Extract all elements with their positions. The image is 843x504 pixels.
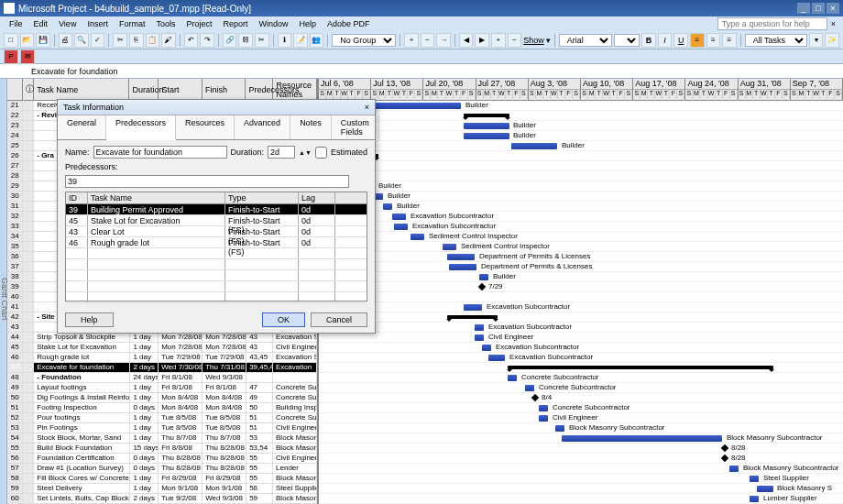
cell-resource[interactable]: Concrete Su	[273, 393, 317, 402]
cell-duration[interactable]: 1 day	[130, 353, 159, 362]
cell-predecessors[interactable]: 51	[246, 413, 273, 422]
dialog-tab-resources[interactable]: Resources	[176, 115, 235, 139]
cell-name[interactable]: Draw #1 (Location Survey)	[34, 464, 130, 473]
cell-duration[interactable]: 1 day	[130, 484, 159, 493]
pred-col-type[interactable]: Type	[225, 192, 299, 203]
cell-start[interactable]: Mon 8/4/08	[159, 393, 203, 402]
predecessor-row-empty[interactable]	[66, 281, 367, 292]
cell-duration[interactable]: 15 days	[130, 444, 159, 453]
cell-start[interactable]: Wed 7/30/08	[159, 363, 203, 372]
gantt-task-bar[interactable]	[383, 203, 392, 210]
align-center-icon[interactable]: ≡	[706, 33, 721, 48]
cell-duration[interactable]: 1 day	[130, 413, 159, 422]
hide-outline-icon[interactable]: −	[508, 33, 522, 48]
cell-finish[interactable]: Tue 8/5/08	[203, 413, 246, 422]
gantt-task-bar[interactable]	[464, 123, 509, 129]
pred-cell-lag[interactable]: 0d	[299, 237, 335, 247]
cell-predecessors[interactable]: 55	[246, 454, 273, 463]
cell-resource[interactable]: Building Insp	[273, 403, 317, 412]
cut-icon[interactable]: ✂	[113, 33, 127, 48]
cell-duration[interactable]: 1 day	[130, 333, 159, 342]
show-outline-icon[interactable]: +	[491, 33, 506, 48]
cell-start[interactable]: Fri 8/1/08	[159, 373, 203, 382]
cell-finish[interactable]: Tue 8/5/08	[203, 423, 246, 433]
pdf-email-icon[interactable]: ✉	[20, 49, 35, 64]
help-button[interactable]: Help	[65, 312, 114, 327]
cell-resource[interactable]: Lender	[273, 464, 317, 473]
wizard-icon[interactable]: ✨	[825, 33, 839, 48]
cell-predecessors[interactable]: 51	[246, 423, 273, 433]
cell-start[interactable]: Tue 9/2/08	[159, 494, 203, 503]
cell-resource[interactable]: Civil Enginee	[273, 343, 317, 352]
gantt-task-bar[interactable]	[555, 425, 564, 432]
duration-spinner-icon[interactable]: ▲▼	[299, 149, 312, 156]
gantt-task-bar[interactable]	[394, 224, 408, 230]
cancel-button[interactable]: Cancel	[311, 312, 367, 327]
predecessor-id-input[interactable]	[65, 175, 349, 188]
cell-predecessors[interactable]: 55	[246, 474, 273, 483]
table-row[interactable]: 44Strip Topsoil & Stockpile1 dayMon 7/28…	[7, 333, 317, 343]
col-header-resources[interactable]: Resource Names	[273, 79, 317, 100]
cell-finish[interactable]: Mon 8/4/08	[203, 393, 246, 402]
redo-icon[interactable]: ↷	[200, 33, 214, 48]
cell-predecessors[interactable]: 55	[246, 464, 273, 473]
gantt-task-bar[interactable]	[411, 234, 424, 240]
cell-start[interactable]: Tue 8/5/08	[159, 423, 203, 433]
duration-input[interactable]	[268, 146, 295, 159]
cell-predecessors[interactable]: 53,54	[246, 444, 273, 453]
cell-duration[interactable]: 1 day	[130, 433, 159, 443]
predecessor-row-empty[interactable]	[66, 248, 367, 259]
cell-predecessors[interactable]: 43	[246, 333, 273, 342]
maximize-button[interactable]: □	[812, 3, 825, 14]
filter-select[interactable]: All Tasks	[745, 34, 807, 47]
cell-resource[interactable]: Civil Enginee	[273, 454, 317, 463]
cell-name[interactable]: Strip Topsoil & Stockpile	[34, 333, 130, 342]
close-button[interactable]: ×	[827, 3, 839, 14]
cell-name[interactable]: Foundation Certification	[34, 454, 130, 463]
gantt-task-bar[interactable]	[757, 486, 773, 492]
gantt-task-bar[interactable]	[511, 143, 557, 149]
cell-name[interactable]: Stake Lot for Excavation	[34, 343, 130, 352]
cell-resource[interactable]: Steel Supplie	[273, 484, 317, 493]
cell-predecessors[interactable]: 50	[246, 403, 273, 412]
cell-finish[interactable]: Mon 9/1/08	[203, 484, 246, 493]
cell-duration[interactable]: 1 day	[130, 474, 159, 483]
cell-predecessors[interactable]: 39,45,43,46	[246, 363, 273, 372]
menu-edit[interactable]: Edit	[28, 18, 54, 29]
dialog-tab-advanced[interactable]: Advanced	[235, 115, 290, 139]
predecessor-row-empty[interactable]	[66, 270, 367, 281]
table-row[interactable]: 51Footing Inspection0 daysMon 8/4/08Mon …	[7, 403, 317, 413]
menu-help[interactable]: Help	[293, 18, 322, 29]
table-row[interactable]: 58Fill Block Cores w/ Concrete1 dayFri 8…	[7, 474, 317, 484]
gantt-task-bar[interactable]	[539, 405, 548, 411]
cell-start[interactable]: Tue 8/5/08	[159, 413, 203, 422]
table-row[interactable]: 47Excavate for foundation2 daysWed 7/30/…	[7, 363, 317, 373]
menu-file[interactable]: File	[4, 18, 28, 29]
cell-start[interactable]: Mon 8/4/08	[159, 403, 203, 412]
cell-duration[interactable]: 1 day	[130, 383, 159, 392]
cell-resource[interactable]: Block Mason	[273, 444, 317, 453]
dialog-tab-general[interactable]: General	[58, 115, 106, 139]
font-size-select[interactable]: 8	[614, 34, 640, 47]
font-name-select[interactable]: Arial	[559, 34, 613, 47]
col-header-finish[interactable]: Finish	[203, 79, 246, 100]
cell-start[interactable]: Tue 7/29/08	[159, 353, 203, 362]
cell-predecessors[interactable]: 53	[246, 433, 273, 443]
predecessor-row-empty[interactable]	[66, 259, 367, 270]
split-icon[interactable]: ✂	[255, 33, 269, 48]
cell-name[interactable]: - Foundation	[34, 373, 130, 382]
info-icon[interactable]: ℹ	[278, 33, 292, 48]
cell-name[interactable]: Pour footings	[34, 413, 130, 422]
task-name-input[interactable]	[93, 146, 227, 159]
cell-finish[interactable]: Thu 7/31/08	[203, 363, 246, 372]
gantt-task-bar[interactable]	[464, 133, 509, 139]
undo-icon[interactable]: ↶	[184, 33, 199, 48]
cell-finish[interactable]: Thu 8/28/08	[203, 444, 246, 453]
notes-icon[interactable]: 📝	[293, 33, 308, 48]
cell-duration[interactable]: 0 days	[130, 464, 159, 473]
cell-name[interactable]: Layout footings	[34, 383, 130, 392]
table-row[interactable]: 53Pin Footings1 dayTue 8/5/08Tue 8/5/085…	[7, 423, 317, 433]
goto-icon[interactable]: →	[436, 33, 451, 48]
menu-view[interactable]: View	[53, 18, 82, 29]
cell-predecessors[interactable]	[246, 373, 273, 382]
